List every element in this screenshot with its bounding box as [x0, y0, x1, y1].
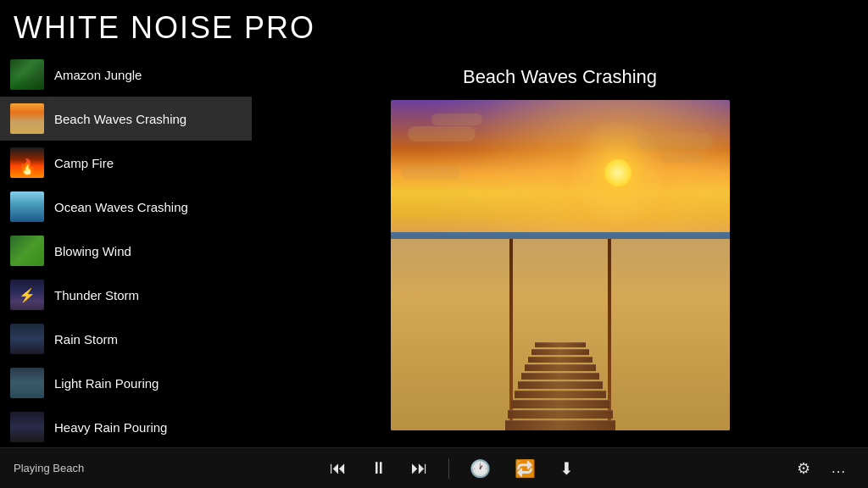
- sun-graphic: [604, 159, 632, 186]
- plank-9: [531, 349, 589, 355]
- thumbnail-rain-storm: [10, 324, 44, 354]
- app-title: WHITE NOISE PRO: [14, 10, 854, 46]
- more-button[interactable]: …: [822, 456, 854, 480]
- settings-button[interactable]: ⚙: [788, 456, 819, 481]
- sidebar-item-blowing-wind[interactable]: Blowing Wind: [0, 229, 252, 273]
- content-area: Beach Waves Crashing: [252, 53, 868, 447]
- sidebar-item-beach-waves[interactable]: Beach Waves Crashing: [0, 97, 252, 141]
- plank-1: [505, 420, 615, 430]
- sidebar-label-ocean-waves: Ocean Waves Crashing: [54, 200, 188, 214]
- plank-7: [525, 364, 596, 371]
- plank-8: [528, 357, 593, 363]
- plank-4: [515, 391, 606, 398]
- now-playing-image: [391, 100, 730, 430]
- now-playing-title: Beach Waves Crashing: [463, 66, 657, 88]
- thumbnail-light-rain: [10, 368, 44, 398]
- sidebar-label-heavy-rain: Heavy Rain Pouring: [54, 420, 167, 435]
- sidebar-item-light-rain[interactable]: Light Rain Pouring: [0, 361, 252, 405]
- thumbnail-thunder-storm: [10, 280, 44, 310]
- sidebar-label-thunder-storm: Thunder Storm: [54, 288, 139, 302]
- thumbnail-heavy-rain: [10, 412, 44, 442]
- cloud-3: [637, 133, 713, 150]
- thumbnail-camp-fire: [10, 147, 44, 178]
- plank-6: [521, 373, 599, 380]
- thumbnail-ocean-waves: [10, 191, 44, 222]
- sidebar: Amazon JungleBeach Waves CrashingCamp Fi…: [0, 53, 252, 447]
- sidebar-item-heavy-rain[interactable]: Heavy Rain Pouring: [0, 405, 252, 447]
- status-text: Playing Beach: [14, 462, 115, 474]
- cloud-4: [660, 152, 703, 163]
- thumbnail-beach-waves: [10, 103, 44, 134]
- sidebar-item-rain-storm[interactable]: Rain Storm: [0, 317, 252, 361]
- prev-button[interactable]: ⏮: [320, 455, 357, 481]
- sidebar-item-amazon-jungle[interactable]: Amazon Jungle: [0, 53, 252, 97]
- sidebar-label-blowing-wind: Blowing Wind: [54, 244, 131, 258]
- plank-5: [518, 381, 603, 389]
- sidebar-item-camp-fire[interactable]: Camp Fire: [0, 141, 252, 185]
- sidebar-item-ocean-waves[interactable]: Ocean Waves Crashing: [0, 185, 252, 229]
- sidebar-label-amazon-jungle: Amazon Jungle: [54, 68, 142, 82]
- sidebar-label-camp-fire: Camp Fire: [54, 156, 114, 170]
- plank-3: [511, 400, 609, 408]
- boardwalk-graphic: [501, 239, 620, 430]
- app-header: WHITE NOISE PRO: [0, 0, 868, 53]
- cloud-5: [401, 166, 460, 180]
- download-button[interactable]: ⬇: [549, 455, 584, 482]
- loop-button[interactable]: 🔁: [504, 455, 546, 482]
- plank-10: [535, 342, 586, 347]
- sidebar-label-light-rain: Light Rain Pouring: [54, 376, 159, 391]
- playback-controls: ⏮ ⏸ ⏭ 🕐 🔁 ⬇: [115, 455, 788, 482]
- cloud-2: [431, 114, 482, 125]
- thumbnail-blowing-wind: [10, 236, 44, 266]
- main-area: Amazon JungleBeach Waves CrashingCamp Fi…: [0, 53, 868, 447]
- sidebar-item-thunder-storm[interactable]: Thunder Storm: [0, 273, 252, 317]
- controls-divider: [448, 458, 449, 479]
- pause-button[interactable]: ⏸: [360, 455, 398, 481]
- sidebar-label-rain-storm: Rain Storm: [54, 332, 118, 347]
- timer-button[interactable]: 🕐: [459, 455, 501, 482]
- sidebar-label-beach-waves: Beach Waves Crashing: [54, 112, 186, 126]
- thumbnail-amazon-jungle: [10, 59, 44, 90]
- plank-2: [508, 410, 613, 419]
- cloud-1: [408, 126, 476, 141]
- next-button[interactable]: ⏭: [401, 455, 438, 481]
- beach-scene-graphic: [391, 100, 730, 430]
- settings-controls: ⚙ …: [788, 456, 854, 481]
- footer-controls: Playing Beach ⏮ ⏸ ⏭ 🕐 🔁 ⬇ ⚙ …: [0, 447, 868, 488]
